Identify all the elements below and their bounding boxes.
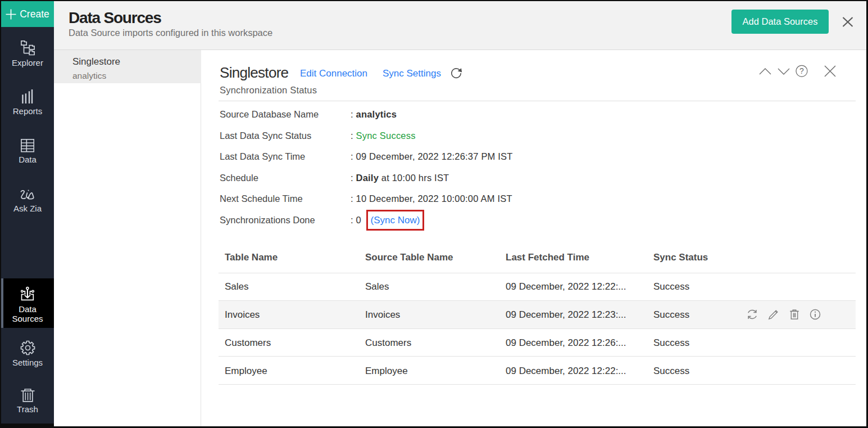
svg-text:?: ?	[799, 66, 804, 75]
